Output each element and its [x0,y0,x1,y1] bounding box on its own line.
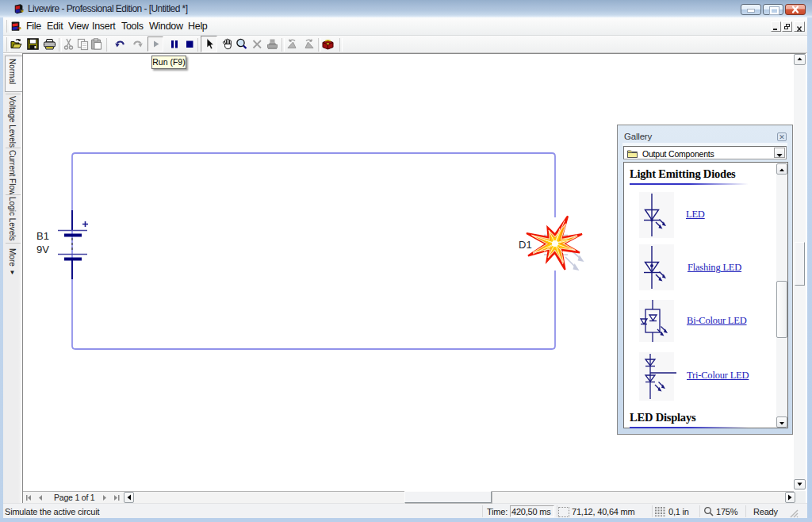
svg-text:9V: 9V [36,244,49,255]
svg-text:B1: B1 [36,230,49,242]
svg-text:D1: D1 [519,239,532,251]
